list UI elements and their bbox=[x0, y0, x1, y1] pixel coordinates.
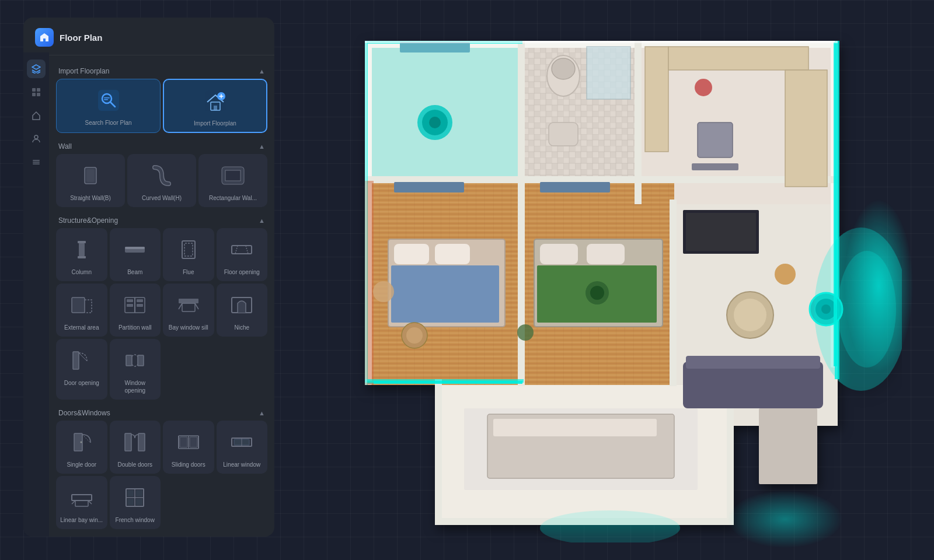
french-window-item[interactable]: French window bbox=[110, 476, 161, 529]
rect-wall-label: Rectangular Wal... bbox=[209, 194, 257, 202]
svg-rect-37 bbox=[137, 299, 143, 302]
svg-point-122 bbox=[695, 79, 712, 96]
svg-rect-96 bbox=[518, 41, 525, 181]
svg-rect-51 bbox=[125, 433, 131, 451]
svg-rect-138 bbox=[540, 182, 610, 192]
sliding-doors-icon bbox=[173, 427, 204, 457]
double-doors-item[interactable]: Double doors bbox=[110, 421, 161, 474]
flue-icon bbox=[173, 235, 204, 265]
bay-window-sill-item[interactable]: Bay window sill bbox=[163, 284, 214, 337]
straight-wall-label: Straight Wall(B) bbox=[70, 194, 111, 202]
svg-rect-23 bbox=[79, 243, 85, 256]
svg-rect-116 bbox=[587, 47, 630, 99]
svg-rect-21 bbox=[226, 171, 240, 180]
single-door-label: Single door bbox=[67, 461, 96, 468]
search-floor-item[interactable]: Search Floor Plan bbox=[56, 79, 161, 133]
svg-line-41 bbox=[179, 303, 182, 309]
section-structure: Structure&Opening ▲ Column bbox=[56, 212, 267, 400]
svg-rect-101 bbox=[435, 379, 442, 525]
svg-point-128 bbox=[406, 327, 423, 344]
rect-wall-item[interactable]: Rectangular Wal... bbox=[198, 154, 267, 207]
svg-rect-15 bbox=[214, 106, 217, 110]
svg-point-4 bbox=[34, 135, 38, 139]
flue-label: Flue bbox=[183, 268, 194, 276]
floor-opening-item[interactable]: Floor opening bbox=[217, 228, 268, 281]
svg-rect-118 bbox=[668, 47, 808, 70]
floorplan-area bbox=[286, 12, 934, 560]
svg-rect-161 bbox=[365, 41, 838, 43]
import-grid: Search Floor Plan bbox=[56, 79, 267, 133]
svg-rect-126 bbox=[391, 265, 499, 323]
single-door-item[interactable]: Single door bbox=[56, 421, 107, 474]
svg-rect-29 bbox=[232, 246, 252, 254]
section-toggle-import[interactable]: ▲ bbox=[259, 68, 265, 75]
svg-rect-119 bbox=[785, 70, 827, 187]
niche-label: Niche bbox=[234, 324, 249, 331]
beam-item[interactable]: Beam bbox=[110, 228, 161, 281]
svg-rect-125 bbox=[435, 244, 470, 264]
svg-rect-22 bbox=[78, 241, 86, 243]
straight-wall-item[interactable]: Straight Wall(B) bbox=[56, 154, 125, 207]
niche-item[interactable]: Niche bbox=[217, 284, 268, 337]
partition-wall-item[interactable]: Partition wall bbox=[110, 284, 161, 337]
partition-wall-icon bbox=[120, 290, 150, 320]
svg-rect-6 bbox=[33, 162, 40, 163]
column-item[interactable]: Column bbox=[56, 228, 107, 281]
column-icon bbox=[67, 235, 97, 265]
svg-rect-2 bbox=[32, 93, 36, 96]
svg-rect-3 bbox=[37, 93, 40, 96]
import-floor-item[interactable]: Import Floorplan bbox=[163, 79, 267, 133]
svg-rect-0 bbox=[32, 88, 36, 92]
svg-rect-162 bbox=[365, 41, 367, 385]
door-opening-icon bbox=[67, 345, 97, 376]
linear-bay-win-item[interactable]: Linear bay win... bbox=[56, 476, 107, 529]
search-floor-icon-box bbox=[93, 85, 124, 116]
svg-rect-56 bbox=[190, 437, 197, 447]
rail-icon-grid[interactable] bbox=[27, 83, 46, 102]
french-window-label: French window bbox=[116, 516, 155, 524]
rail-icon-home[interactable] bbox=[27, 106, 46, 125]
sliding-doors-label: Sliding doors bbox=[172, 461, 205, 468]
bay-window-sill-label: Bay window sill bbox=[169, 324, 208, 331]
external-area-label: External area bbox=[64, 324, 99, 331]
external-area-icon bbox=[67, 290, 97, 320]
single-door-icon bbox=[67, 427, 97, 457]
svg-rect-24 bbox=[78, 256, 86, 258]
sidebar: Floor Plan bbox=[23, 18, 274, 537]
section-import: Import Floorplan ▲ Search Floor Plan bbox=[56, 62, 267, 133]
svg-rect-11 bbox=[104, 97, 110, 99]
external-area-item[interactable]: External area bbox=[56, 284, 107, 337]
svg-line-30 bbox=[235, 246, 238, 254]
window-opening-item[interactable]: Window opening bbox=[110, 339, 161, 400]
window-opening-label: Window opening bbox=[114, 379, 157, 394]
bay-window-sill-icon bbox=[173, 290, 204, 320]
sliding-doors-item[interactable]: Sliding doors bbox=[163, 421, 214, 474]
section-toggle-wall[interactable]: ▲ bbox=[259, 143, 265, 150]
svg-point-114 bbox=[552, 58, 575, 79]
rail-icon-layers[interactable] bbox=[27, 60, 46, 78]
beam-icon bbox=[120, 235, 150, 265]
svg-rect-100 bbox=[670, 200, 677, 386]
curved-wall-icon bbox=[147, 160, 177, 191]
flue-item[interactable]: Flue bbox=[163, 228, 214, 281]
floorplan-svg bbox=[318, 29, 902, 542]
curved-wall-item[interactable]: Curved Wall(H) bbox=[127, 154, 196, 207]
section-toggle-structure[interactable]: ▲ bbox=[259, 217, 265, 224]
rail-icon-user[interactable] bbox=[27, 130, 46, 148]
linear-window-item[interactable]: Linear window bbox=[217, 421, 268, 474]
linear-bay-win-label: Linear bay win... bbox=[60, 516, 103, 524]
door-opening-item[interactable]: Door opening bbox=[56, 339, 107, 400]
svg-line-31 bbox=[246, 246, 248, 254]
svg-rect-147 bbox=[686, 213, 756, 251]
rail-icon-settings[interactable] bbox=[27, 153, 46, 172]
svg-rect-40 bbox=[182, 303, 195, 312]
section-label-structure: Structure&Opening bbox=[58, 216, 118, 225]
section-label-wall: Wall bbox=[58, 142, 72, 150]
svg-rect-70 bbox=[136, 490, 142, 496]
svg-rect-134 bbox=[587, 244, 625, 264]
svg-rect-124 bbox=[394, 244, 429, 264]
french-window-icon bbox=[120, 482, 150, 513]
section-header-doors: Doors&Windows ▲ bbox=[56, 404, 267, 421]
section-label-doors: Doors&Windows bbox=[58, 409, 110, 417]
section-toggle-doors[interactable]: ▲ bbox=[259, 410, 265, 416]
